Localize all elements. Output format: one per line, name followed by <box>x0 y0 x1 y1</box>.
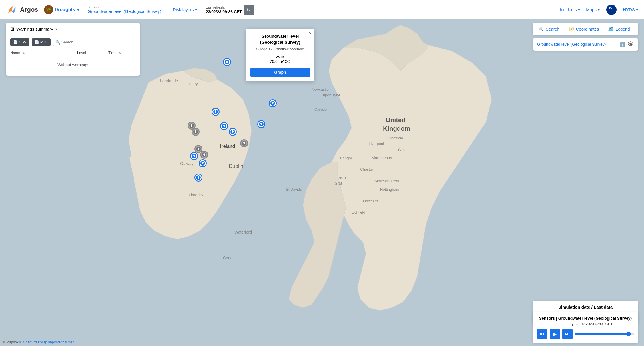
svg-text:MET: MET <box>609 7 614 9</box>
coordinates-tab-label: Coordinates <box>576 27 599 31</box>
svg-rect-46 <box>198 149 199 150</box>
legend-tab-button[interactable]: 🗺️ Legend <box>606 25 632 33</box>
svg-rect-32 <box>226 62 228 63</box>
svg-text:Dublin: Dublin <box>229 163 243 169</box>
svg-text:York: York <box>397 147 405 152</box>
coordinates-tab-button[interactable]: 🧭 Coordinates <box>566 25 601 33</box>
svg-text:Ireland: Ireland <box>220 144 235 149</box>
sensor-dropdown-button[interactable]: Groundwater level (Geological Survey) <box>88 9 162 14</box>
improve-map-link[interactable]: Improve this map <box>48 340 74 344</box>
svg-rect-38 <box>224 126 225 127</box>
svg-text:Waterford: Waterford <box>234 230 252 234</box>
refresh-button[interactable]: ↻ <box>244 5 254 15</box>
sort-icon-time: ⇅ <box>119 51 121 55</box>
legend-tab-label: Legend <box>615 27 630 31</box>
pdf-export-button[interactable]: 📄 PDF <box>32 38 51 46</box>
svg-text:Leicester: Leicester <box>363 199 378 203</box>
drought-icon: 🌿 <box>44 5 53 14</box>
grid-icon <box>10 26 14 32</box>
col-name-header: Name ⇅ <box>10 51 73 55</box>
svg-text:Limerick: Limerick <box>189 193 204 197</box>
risk-layers-button[interactable]: Risk layers ▾ <box>173 7 197 12</box>
svg-text:Manchester: Manchester <box>372 156 392 160</box>
timeline-progress-thumb <box>626 332 631 336</box>
sensor-marker-silloge[interactable] <box>257 120 265 128</box>
sensor-marker-1[interactable] <box>223 58 231 66</box>
svg-text:Sheffield: Sheffield <box>389 136 403 140</box>
svg-rect-40 <box>191 126 192 127</box>
svg-text:Lichfield: Lichfield <box>352 210 365 214</box>
timeline-date: Thursday, 23/02/2023 03:00 CET <box>537 322 634 326</box>
legend-icon: 🗺️ <box>608 26 614 32</box>
logo-text: Argos <box>20 6 38 13</box>
svg-rect-50 <box>194 156 195 157</box>
timeline-progress-fill <box>575 333 628 335</box>
svg-text:Carlisle: Carlisle <box>314 107 327 112</box>
panel-dropdown-icon: ▾ <box>55 27 57 31</box>
svg-text:Sea: Sea <box>334 181 343 186</box>
svg-rect-42 <box>195 132 196 133</box>
sensor-popup: × Groundwater level (Geological Survey) … <box>246 29 314 81</box>
graph-button[interactable]: Graph <box>250 68 310 77</box>
svg-rect-34 <box>261 124 262 125</box>
timeline-skip-back-button[interactable]: ⏮ <box>537 329 547 339</box>
sensor-marker-10[interactable] <box>190 152 198 160</box>
visibility-toggle-icon[interactable] <box>627 41 634 47</box>
osm-attribution-link[interactable]: © OpenStreetMap <box>19 340 47 344</box>
pdf-icon: 📄 <box>35 40 39 44</box>
sensor-marker-3[interactable] <box>212 108 220 116</box>
sensor-marker-dublin[interactable] <box>240 139 248 147</box>
col-level-header: Level ↑ <box>73 51 94 55</box>
sensor-marker-iom[interactable] <box>269 99 277 107</box>
info-icon[interactable]: ℹ️ <box>619 42 625 47</box>
sensors-label: Sensors <box>88 5 162 9</box>
svg-text:Irish: Irish <box>337 175 346 180</box>
incidents-button[interactable]: Incidents ▾ <box>560 7 580 12</box>
refresh-time: 23/02/23 09:36 CET <box>206 9 242 14</box>
layer-name: Groundwater level (Geological Survey) <box>537 42 617 47</box>
panel-title: Warnings summary <box>16 27 53 31</box>
panel-actions: 📄 CSV 📄 PDF 🔍 <box>6 35 140 49</box>
panel-header: Warnings summary ▾ <box>6 23 140 35</box>
popup-subtitle: Silloge TZ - shallow borehole <box>250 47 310 51</box>
map-footer: © Mapbox © OpenStreetMap Improve this ma… <box>0 339 77 346</box>
sensor-icon <box>260 123 263 126</box>
table-header: Name ⇅ Level ↑ Time ⇅ <box>6 49 140 57</box>
timeline-play-button[interactable]: ▶ <box>550 329 560 339</box>
svg-text:Newcastle: Newcastle <box>312 87 329 92</box>
logo-area: Argos <box>6 4 38 16</box>
timeline-progress-bar[interactable] <box>575 333 634 335</box>
no-warnings-message: Without warnings <box>6 57 140 73</box>
svg-text:St Davids: St Davids <box>286 187 302 192</box>
svg-text:Kingdom: Kingdom <box>383 125 410 132</box>
popup-title: Groundwater level (Geological Survey) <box>250 33 310 45</box>
timeline-skip-forward-button[interactable]: ⏭ <box>562 329 573 339</box>
popup-close-button[interactable]: × <box>309 31 312 36</box>
svg-text:Derry: Derry <box>189 82 198 86</box>
sensor-marker-11[interactable] <box>199 159 207 167</box>
drought-label: Droughts <box>55 7 75 12</box>
hyds-button[interactable]: HYDS ▾ <box>623 7 638 12</box>
droughts-button[interactable]: 🌿 Droughts ▾ <box>44 5 79 14</box>
sensor-marker-9[interactable] <box>200 151 208 159</box>
layer-info-panel: Groundwater level (Geological Survey) ℹ️ <box>533 38 638 51</box>
timeline-controls: ⏮ ▶ ⏭ <box>537 329 634 339</box>
popup-value: 76.6 mAOD <box>250 59 310 64</box>
coordinates-icon: 🧭 <box>569 26 574 32</box>
sensor-timeline-panel: Sensors | Groundwater level (Geological … <box>533 312 638 343</box>
sensor-marker-4[interactable] <box>220 122 228 130</box>
last-refresh-label: Last refresh: <box>206 5 240 9</box>
svg-text:Liverpool: Liverpool <box>369 142 384 146</box>
csv-export-button[interactable]: 📄 CSV <box>10 38 29 46</box>
svg-rect-44 <box>232 132 233 133</box>
search-tab-button[interactable]: 🔍 Search <box>536 25 562 33</box>
sensor-marker-6[interactable] <box>192 128 200 136</box>
maps-button[interactable]: Maps ▾ <box>586 7 600 12</box>
navbar: Argos 🌿 Droughts ▾ Sensors Groundwater l… <box>0 0 644 19</box>
warnings-search-input[interactable] <box>61 40 133 44</box>
argos-logo-icon <box>6 4 18 16</box>
svg-rect-54 <box>198 178 199 179</box>
popup-value-label: Value <box>250 55 310 59</box>
sensor-marker-7[interactable] <box>229 128 237 136</box>
sensor-marker-12[interactable] <box>194 174 202 182</box>
